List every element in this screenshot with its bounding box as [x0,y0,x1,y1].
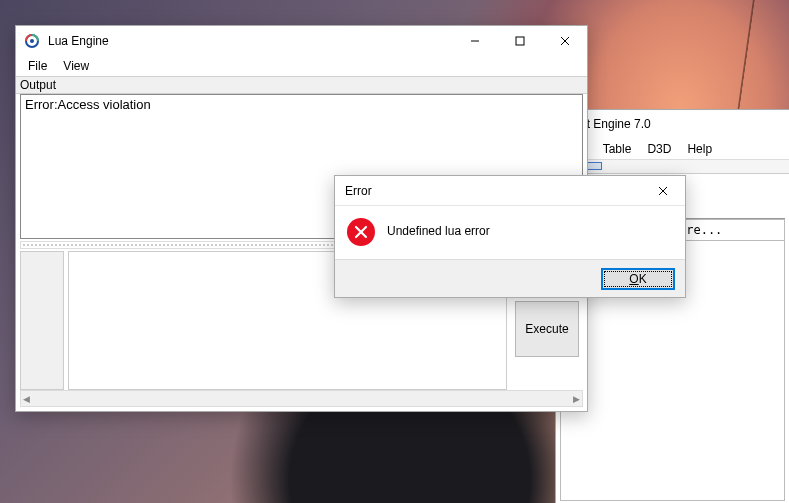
ce-titlebar[interactable]: Cheat Engine 7.0 [556,110,789,138]
ce-window-title: Cheat Engine 7.0 [556,117,789,131]
output-text: Error:Access violation [25,97,151,112]
error-body: Undefined lua error [335,206,685,259]
ce-icon [24,33,40,49]
maximize-button[interactable] [497,27,542,56]
horizontal-scrollbar[interactable]: ◀ ▶ [20,390,583,407]
error-circle-x-icon [347,218,375,246]
error-close-button[interactable] [640,176,685,205]
line-number-gutter [20,251,64,390]
ok-button[interactable]: OK [601,268,675,290]
error-message: Undefined lua error [387,216,490,238]
ce-menu-d3d[interactable]: D3D [639,140,679,158]
error-dialog-title: Error [335,184,640,198]
ce-menubar: Edit Table D3D Help [556,138,789,160]
minimize-button[interactable] [452,27,497,56]
svg-rect-3 [516,37,524,45]
lua-menu-view[interactable]: View [55,58,97,74]
output-section-label: Output [16,76,587,94]
ok-button-rest: K [639,272,647,286]
lua-window-title: Lua Engine [46,34,452,48]
error-titlebar[interactable]: Error [335,176,685,206]
scroll-left-icon[interactable]: ◀ [23,394,30,404]
lua-titlebar[interactable]: Lua Engine [16,26,587,56]
lua-menu-file[interactable]: File [20,58,55,74]
error-dialog: Error Undefined lua error OK [334,175,686,298]
lua-menubar: File View [16,56,587,76]
error-footer: OK [335,259,685,297]
ce-col-previous[interactable]: Pre... [673,220,784,240]
close-button[interactable] [542,27,587,56]
svg-point-1 [30,39,34,43]
execute-button[interactable]: Execute [515,301,579,357]
ok-button-mnemonic: O [629,272,638,286]
cheat-engine-window: Cheat Engine 7.0 Edit Table D3D Help alu… [555,109,789,503]
ce-toolbar [556,160,789,174]
scroll-right-icon[interactable]: ▶ [573,394,580,404]
ce-menu-table[interactable]: Table [595,140,640,158]
ce-menu-help[interactable]: Help [679,140,720,158]
